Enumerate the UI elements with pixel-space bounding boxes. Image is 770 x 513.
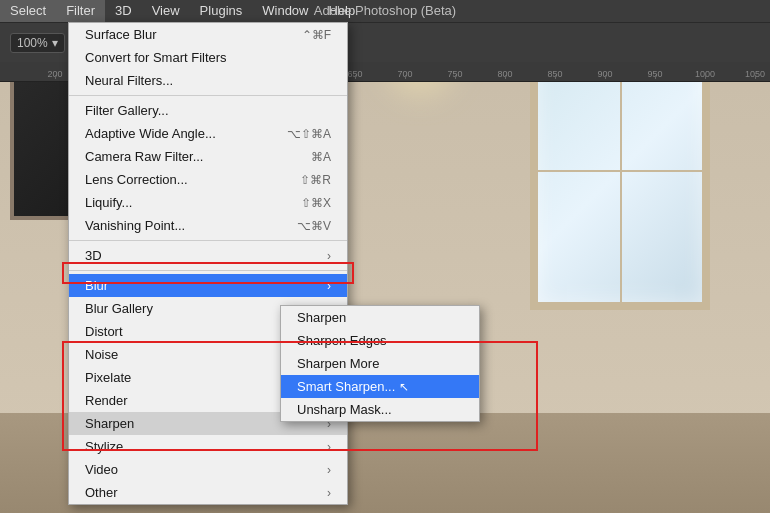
sharpen-label: Sharpen xyxy=(85,416,134,431)
surface-blur-shortcut: ⌃⌘F xyxy=(302,28,331,42)
lens-correction-shortcut: ⇧⌘R xyxy=(300,173,331,187)
noise-label: Noise xyxy=(85,347,118,362)
ruler-tick: 950 xyxy=(630,69,680,79)
menu-help[interactable]: Help xyxy=(319,0,366,22)
menu-select[interactable]: Select xyxy=(0,0,56,22)
zoom-control[interactable]: 100% ▾ xyxy=(10,33,65,53)
menu-item-liquify[interactable]: Liquify... ⇧⌘X xyxy=(69,191,347,214)
adaptive-wide-label: Adaptive Wide Angle... xyxy=(85,126,216,141)
neural-filters-label: Neural Filters... xyxy=(85,73,173,88)
zoom-value: 100% xyxy=(17,36,48,50)
ruler-tick: 1000 xyxy=(680,69,730,79)
vanishing-point-shortcut: ⌥⌘V xyxy=(297,219,331,233)
ruler-tick: 700 xyxy=(380,69,430,79)
zoom-dropdown-icon: ▾ xyxy=(52,36,58,50)
menu-item-other[interactable]: Other › xyxy=(69,481,347,504)
3d-arrow: › xyxy=(327,249,331,263)
menu-sep-3 xyxy=(69,270,347,271)
pixelate-label: Pixelate xyxy=(85,370,131,385)
menu-item-camera-raw[interactable]: Camera Raw Filter... ⌘A xyxy=(69,145,347,168)
menu-item-lens-correction[interactable]: Lens Correction... ⇧⌘R xyxy=(69,168,347,191)
menu-item-video[interactable]: Video › xyxy=(69,458,347,481)
menu-window[interactable]: Window xyxy=(252,0,318,22)
stylize-label: Stylize xyxy=(85,439,123,454)
3d-label: 3D xyxy=(85,248,102,263)
submenu-item-sharpen[interactable]: Sharpen xyxy=(281,306,479,329)
menu-item-stylize[interactable]: Stylize › xyxy=(69,435,347,458)
filter-gallery-label: Filter Gallery... xyxy=(85,103,169,118)
menu-item-neural-filters[interactable]: Neural Filters... xyxy=(69,69,347,92)
stylize-arrow: › xyxy=(327,440,331,454)
menu-sep-2 xyxy=(69,240,347,241)
menu-item-vanishing-point[interactable]: Vanishing Point... ⌥⌘V xyxy=(69,214,347,237)
menu-item-blur[interactable]: Blur › xyxy=(69,274,347,297)
menu-plugins[interactable]: Plugins xyxy=(190,0,253,22)
menu-filter[interactable]: Filter xyxy=(56,0,105,22)
distort-label: Distort xyxy=(85,324,123,339)
blur-label: Blur xyxy=(85,278,108,293)
other-label: Other xyxy=(85,485,118,500)
camera-raw-label: Camera Raw Filter... xyxy=(85,149,203,164)
ruler-tick: 800 xyxy=(480,69,530,79)
camera-raw-shortcut: ⌘A xyxy=(311,150,331,164)
unsharp-mask-label: Unsharp Mask... xyxy=(297,402,392,417)
ruler-tick: 850 xyxy=(530,69,580,79)
video-arrow: › xyxy=(327,463,331,477)
render-label: Render xyxy=(85,393,128,408)
sharpen-more-label: Sharpen More xyxy=(297,356,379,371)
lens-correction-label: Lens Correction... xyxy=(85,172,188,187)
adaptive-wide-shortcut: ⌥⇧⌘A xyxy=(287,127,331,141)
menu-item-smart-filters[interactable]: Convert for Smart Filters xyxy=(69,46,347,69)
vanishing-point-label: Vanishing Point... xyxy=(85,218,185,233)
menu-item-adaptive-wide[interactable]: Adaptive Wide Angle... ⌥⇧⌘A xyxy=(69,122,347,145)
ruler-tick: 900 xyxy=(580,69,630,79)
menu-item-surface-blur[interactable]: Surface Blur ⌃⌘F xyxy=(69,23,347,46)
submenu-item-sharpen-edges[interactable]: Sharpen Edges xyxy=(281,329,479,352)
submenu-item-unsharp-mask[interactable]: Unsharp Mask... xyxy=(281,398,479,421)
surface-blur-label: Surface Blur xyxy=(85,27,157,42)
ruler-tick: 1050 xyxy=(730,69,770,79)
menubar: Select Filter 3D View Plugins Window Hel… xyxy=(0,0,770,22)
liquify-shortcut: ⇧⌘X xyxy=(301,196,331,210)
smart-sharpen-label: Smart Sharpen... xyxy=(297,379,395,394)
blur-arrow: › xyxy=(327,279,331,293)
menu-item-filter-gallery[interactable]: Filter Gallery... xyxy=(69,99,347,122)
ruler-tick: 750 xyxy=(430,69,480,79)
filter-menu: Surface Blur ⌃⌘F Convert for Smart Filte… xyxy=(68,22,348,505)
other-arrow: › xyxy=(327,486,331,500)
submenu-item-sharpen-more[interactable]: Sharpen More xyxy=(281,352,479,375)
sharpen-submenu: Sharpen Sharpen Edges Sharpen More Smart… xyxy=(280,305,480,422)
video-label: Video xyxy=(85,462,118,477)
sharpen-edges-label: Sharpen Edges xyxy=(297,333,387,348)
cursor-indicator: ↖ xyxy=(399,380,409,394)
submenu-item-smart-sharpen[interactable]: Smart Sharpen... ↖ xyxy=(281,375,479,398)
blur-gallery-label: Blur Gallery xyxy=(85,301,153,316)
menu-sep-1 xyxy=(69,95,347,96)
sharpen-sub-label: Sharpen xyxy=(297,310,346,325)
smart-filters-label: Convert for Smart Filters xyxy=(85,50,227,65)
menu-view[interactable]: View xyxy=(142,0,190,22)
liquify-label: Liquify... xyxy=(85,195,132,210)
menu-item-3d[interactable]: 3D › xyxy=(69,244,347,267)
menu-3d[interactable]: 3D xyxy=(105,0,142,22)
